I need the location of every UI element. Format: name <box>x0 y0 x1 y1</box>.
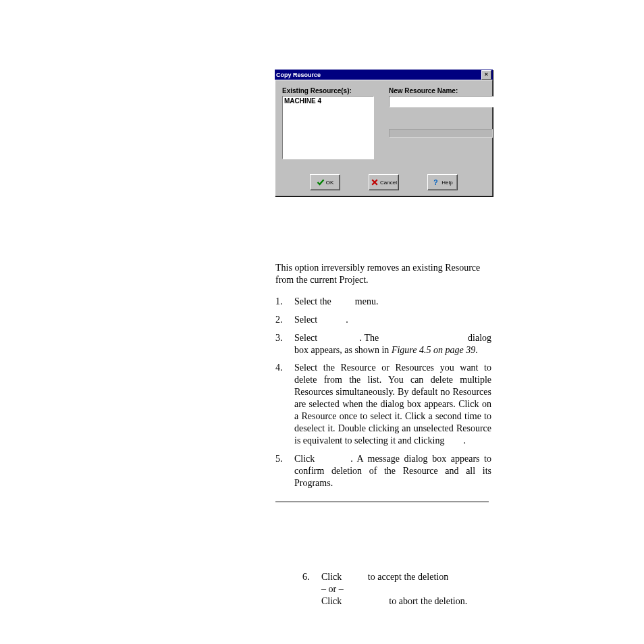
figure-reference: Figure 4.5 on page 39 <box>392 345 475 355</box>
help-button[interactable]: ? Help <box>427 174 458 190</box>
step-list-continued: 6. Click to accept the deletion – or – C… <box>275 571 491 608</box>
disabled-field <box>389 129 493 138</box>
help-button-label: Help <box>441 180 452 186</box>
intro-paragraph: This option irreversibly removes an exis… <box>275 262 491 286</box>
step-1: 1. Select the menu. <box>275 296 491 308</box>
new-resource-label: New Resource Name: <box>389 87 494 95</box>
dialog-titlebar: Copy Resource × <box>275 70 493 80</box>
step-4: 4. Select the Resource or Resources you … <box>275 362 491 446</box>
cross-icon <box>371 178 379 186</box>
step-6: 6. Click to accept the deletion – or – C… <box>302 571 491 608</box>
close-icon[interactable]: × <box>481 70 491 80</box>
dialog-title: Copy Resource <box>276 72 481 78</box>
dialog-body: Existing Resource(s): MACHINE 4 New Reso… <box>275 80 493 196</box>
new-resource-group: New Resource Name: <box>389 87 494 159</box>
ok-button[interactable]: OK <box>310 174 340 190</box>
step-2: 2. Select . <box>275 314 491 326</box>
svg-text:?: ? <box>434 178 438 186</box>
existing-resources-listbox[interactable]: MACHINE 4 <box>282 96 374 159</box>
check-icon <box>317 178 325 186</box>
instruction-text: This option irreversibly removes an exis… <box>275 262 491 502</box>
new-resource-input[interactable] <box>389 96 494 107</box>
list-item[interactable]: MACHINE 4 <box>284 97 372 105</box>
ok-button-label: OK <box>326 180 334 186</box>
cancel-button-label: Cancel <box>380 180 397 186</box>
instruction-text-continued: 6. Click to accept the deletion – or – C… <box>275 562 491 618</box>
step-5: 5. Click . A message dialog box appears … <box>275 453 491 489</box>
step-3: 3. Select . The dialog box appears, as s… <box>275 332 491 356</box>
copy-resource-dialog: Copy Resource × Existing Resource(s): MA… <box>275 70 493 196</box>
horizontal-rule <box>275 502 489 502</box>
dialog-button-row: OK Cancel ? Help <box>282 174 485 190</box>
step-list: 1. Select the menu. 2. Select . 3. Selec… <box>275 296 491 489</box>
question-icon: ? <box>432 178 440 186</box>
existing-resources-label: Existing Resource(s): <box>282 87 374 95</box>
cancel-button[interactable]: Cancel <box>369 174 399 190</box>
existing-resources-group: Existing Resource(s): MACHINE 4 <box>282 87 374 159</box>
